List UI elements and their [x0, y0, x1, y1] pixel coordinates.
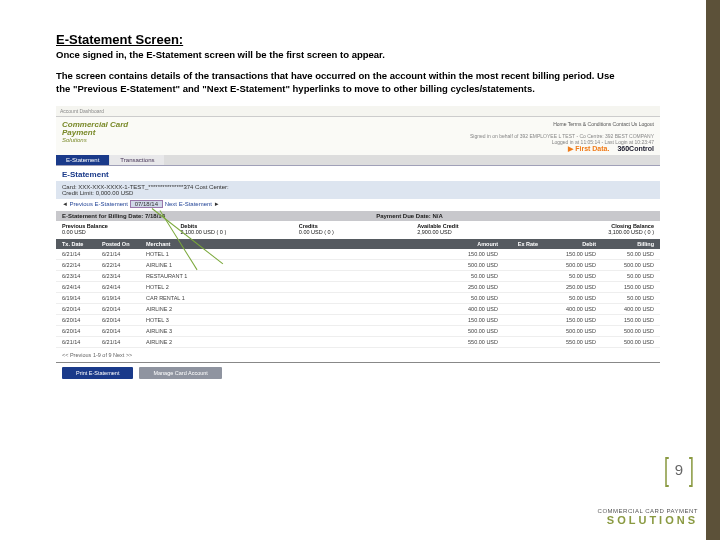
table-row[interactable]: 6/20/146/20/14AIRLINE 3500.00 USD500.00 …	[56, 326, 660, 337]
footer-logo: COMMERCIAL CARD PAYMENT SOLUTIONS	[598, 508, 698, 526]
table-header: Tx. Date Posted On Merchant Amount Ex Ra…	[56, 239, 660, 249]
sum-v-prev: 0.00 USD	[62, 229, 180, 239]
table-row[interactable]: 6/22/146/22/14AIRLINE 1500.00 USD500.00 …	[56, 260, 660, 271]
pager[interactable]: << Previous 1-9 of 9 Next >>	[56, 348, 660, 362]
sum-v-avail: 2,900.00 USD	[417, 229, 535, 239]
table-row[interactable]: 6/21/146/21/14AIRLINE 2550.00 USD550.00 …	[56, 337, 660, 348]
table-row[interactable]: 6/23/146/23/14RESTAURANT 150.00 USD50.00…	[56, 271, 660, 282]
statement-nav: ◄ Previous E-Statement 07/18/14 Next E-S…	[56, 199, 660, 211]
bracket-right-icon: ]	[689, 451, 694, 488]
logo-line2: Payment	[62, 128, 95, 137]
next-statement-link[interactable]: Next E-Statement	[165, 201, 212, 207]
th-debit: Debit	[538, 241, 596, 247]
prev-statement-link[interactable]: Previous E-Statement	[70, 201, 128, 207]
manage-card-button[interactable]: Manage Card Account	[139, 367, 221, 379]
slide-sidebar	[706, 0, 720, 540]
th-posted: Posted On	[102, 241, 146, 247]
th-txdate: Tx. Date	[62, 241, 102, 247]
sum-v-closing: 3,100.00 USD ( 0 )	[536, 229, 654, 239]
table-row[interactable]: 6/20/146/20/14HOTEL 3150.00 USD150.00 US…	[56, 315, 660, 326]
th-billing: Billing	[596, 241, 654, 247]
sum-h-avail: Available Credit	[417, 221, 535, 229]
table-row[interactable]: 6/20/146/20/14AIRLINE 2400.00 USD400.00 …	[56, 304, 660, 315]
description-text: The screen contains details of the trans…	[56, 70, 616, 96]
th-exrate: Ex Rate	[498, 241, 538, 247]
table-body: 6/21/146/21/14HOTEL 1150.00 USD150.00 US…	[56, 249, 660, 348]
table-row[interactable]: 6/21/146/21/14HOTEL 1150.00 USD150.00 US…	[56, 249, 660, 260]
tab-bar: E-Statement Transactions	[56, 155, 660, 165]
summary-row: Previous Balance Debits Credits Availabl…	[56, 221, 660, 239]
th-merchant: Merchant	[146, 241, 236, 247]
sum-h-credits: Credits	[299, 221, 417, 229]
payment-due-label: Payment Due Date: N/A	[376, 213, 443, 219]
statement-subheader: E-Statement for Billing Date: 7/18/14 Pa…	[56, 211, 660, 221]
bracket-left-icon: [	[664, 451, 669, 488]
logo-line3: Solutions	[62, 137, 128, 143]
sum-h-closing: Closing Balance	[536, 221, 654, 229]
th-amount: Amount	[440, 241, 498, 247]
header-links[interactable]: Home Terms & Conditions Contact Us Logou…	[470, 121, 654, 127]
section-heading: E-Statement	[56, 165, 660, 181]
tab-estatement[interactable]: E-Statement	[56, 155, 109, 165]
slide-body: E-Statement Screen: Once signed in, the …	[0, 0, 720, 385]
partner-firstdata: ▶ First Data.	[568, 145, 609, 153]
page-title: E-Statement Screen:	[56, 32, 672, 47]
app-header: Commercial Card Payment Solutions Home T…	[56, 117, 660, 155]
table-row[interactable]: 6/19/146/19/14CAR RENTAL 150.00 USD50.00…	[56, 293, 660, 304]
sum-h-prev: Previous Balance	[62, 221, 180, 229]
page-number-badge: [ 9 ]	[662, 451, 696, 488]
signed-in-text: Signed in on behalf of 392 EMPLOYEE L TE…	[470, 133, 654, 139]
sum-v-debits: 2,100.00 USD ( 0 )	[180, 229, 298, 239]
page-number: 9	[675, 461, 683, 478]
tab-transactions[interactable]: Transactions	[110, 155, 164, 165]
partner-360control: 360Control	[617, 145, 654, 152]
table-row[interactable]: 6/24/146/24/14HOTEL 2250.00 USD250.00 US…	[56, 282, 660, 293]
intro-text: Once signed in, the E-Statement screen w…	[56, 49, 672, 60]
header-right: Home Terms & Conditions Contact Us Logou…	[470, 121, 654, 153]
sum-h-debits: Debits	[180, 221, 298, 229]
screenshot-container: Account Dashboard Commercial Card Paymen…	[56, 106, 660, 385]
cycle-date[interactable]: 07/18/14	[130, 200, 163, 208]
footer-line2: SOLUTIONS	[598, 514, 698, 526]
sum-v-credits: 0.00 USD ( 0 )	[299, 229, 417, 239]
credit-line: Credit Limit: 0,000.00 USD	[62, 190, 654, 196]
app-titlebar: Account Dashboard	[56, 106, 660, 117]
brand-logo: Commercial Card Payment Solutions	[62, 121, 128, 143]
billing-date-label: E-Statement for Billing Date: 7/18/14	[62, 213, 165, 219]
action-buttons: Print E-Statement Manage Card Account	[56, 365, 660, 385]
card-info-bar: Card: XXX-XXX-XXXX-1-TEST_**************…	[56, 181, 660, 199]
print-statement-button[interactable]: Print E-Statement	[62, 367, 133, 379]
